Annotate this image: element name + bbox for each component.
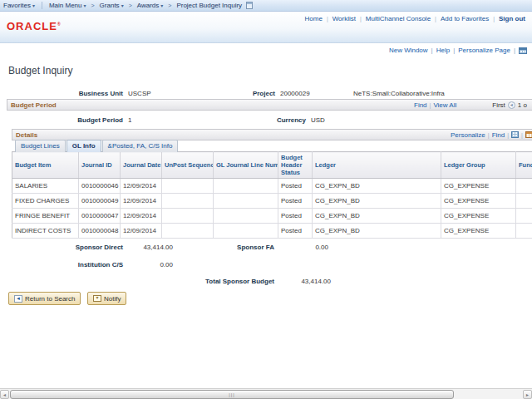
business-unit-value: USCSP <box>128 90 151 97</box>
add-to-favorites-link[interactable]: Add to Favorites <box>441 15 489 22</box>
cell-budget-header-status: Posted <box>278 224 313 239</box>
cell-unpost-sequence <box>162 209 214 224</box>
project-value: 20000029 <box>280 90 310 97</box>
cell-journal-id: 0010000048 <box>79 224 121 239</box>
favorites-menu[interactable]: Favorites ▾ <box>0 2 38 9</box>
pager-previous-icon[interactable] <box>508 101 515 109</box>
table-row: INDIRECT COSTS 0010000048 12/09/2014 Pos… <box>12 224 532 239</box>
cell-journal-date: 12/09/2014 <box>121 209 162 224</box>
link-separator: | <box>507 132 509 138</box>
cell-budget-header-status: Posted <box>278 194 313 209</box>
sponsor-direct-label: Sponsor Direct <box>17 244 123 251</box>
breadcrumb-item-awards[interactable]: Awards ▾ <box>134 2 167 9</box>
breadcrumb-separator: > <box>168 2 171 8</box>
business-unit-label: Business Unit <box>33 90 123 97</box>
budget-period-find-link[interactable]: Find <box>414 101 427 109</box>
notify-button[interactable]: Notify <box>87 292 126 305</box>
chevron-down-icon: ▾ <box>121 3 124 8</box>
institution-cs-value: 0.00 <box>123 261 173 268</box>
chevron-down-icon: ▾ <box>84 3 86 8</box>
return-to-search-button[interactable]: Return to Search <box>8 292 81 305</box>
project-label: Project <box>224 90 275 97</box>
cell-funding <box>516 179 532 194</box>
scroll-left-icon[interactable] <box>0 390 9 399</box>
scrollbar-thumb[interactable] <box>10 390 454 399</box>
home-link[interactable]: Home <box>305 15 323 22</box>
popout-grid-icon[interactable] <box>525 131 532 138</box>
link-separator: | <box>327 16 328 22</box>
return-to-search-label: Return to Search <box>25 295 75 303</box>
application-window: Favorites ▾ Main Menu ▾ > Grants ▾ > Awa… <box>0 0 532 399</box>
cell-unpost-sequence <box>162 194 214 209</box>
cell-budget-item: FRINGE BENEFIT <box>12 209 79 224</box>
currency-value: USD <box>311 116 325 124</box>
chevron-down-icon: ▾ <box>32 3 35 8</box>
col-budget-header-status: Budget Header Status <box>278 152 313 179</box>
cell-ledger-group: CG_EXPENSE <box>441 224 516 239</box>
cell-journal-id: 0010000047 <box>79 209 121 224</box>
col-gl-journal-line-number: GL Journal Line Number <box>214 152 278 179</box>
main-menu-label: Main Menu <box>49 2 82 9</box>
budget-period-view-all-link[interactable]: View All <box>433 101 456 109</box>
cell-budget-header-status: Posted <box>278 209 313 224</box>
cell-ledger: CG_EXPN_BD <box>313 224 441 239</box>
oracle-logo: ORACLE® <box>7 21 61 32</box>
page-layout-grid-icon[interactable] <box>519 47 527 54</box>
cell-ledger: CG_EXPN_BD <box>313 194 441 209</box>
total-sponsor-budget-value: 43,414.00 <box>274 278 331 285</box>
details-personalize-link[interactable]: Personalize <box>451 131 485 139</box>
page-shortcut-icon[interactable] <box>246 2 253 9</box>
help-link[interactable]: Help <box>436 47 450 54</box>
breadcrumb: Favorites ▾ Main Menu ▾ > Grants ▾ > Awa… <box>0 0 532 12</box>
cell-journal-id: 0010000049 <box>79 194 121 209</box>
details-tab-strip: Budget Lines GL Info &Posted, FA, C/S In… <box>15 140 178 152</box>
cell-ledger: CG_EXPN_BD <box>313 179 441 194</box>
return-to-search-icon <box>14 295 22 303</box>
cell-journal-date: 12/09/2014 <box>121 179 162 194</box>
scroll-right-icon[interactable] <box>523 390 532 399</box>
new-window-link[interactable]: New Window <box>389 47 428 54</box>
breadcrumb-item-grants[interactable]: Grants ▾ <box>96 2 127 9</box>
table-row: FRINGE BENEFIT 0010000047 12/09/2014 Pos… <box>12 209 532 224</box>
tab-posted-fa-cs-info[interactable]: &Posted, FA, C/S Info <box>102 140 179 152</box>
breadcrumb-divider <box>42 2 42 9</box>
cell-journal-id: 0010000046 <box>79 179 121 194</box>
details-find-link[interactable]: Find <box>492 131 505 139</box>
link-separator: | <box>360 16 362 22</box>
worklist-link[interactable]: Worklist <box>332 15 356 22</box>
breadcrumb-separator: > <box>91 2 95 8</box>
grants-label: Grants <box>100 2 120 9</box>
tab-budget-lines[interactable]: Budget Lines <box>15 140 66 152</box>
sponsor-direct-value: 43,414.00 <box>123 244 173 251</box>
budget-period-pager: Find | View All First 1 o <box>414 99 527 111</box>
cell-ledger: CG_EXPN_BD <box>313 209 441 224</box>
col-journal-date: Journal Date <box>121 152 162 179</box>
link-separator: | <box>430 102 431 108</box>
details-section-title: Details <box>12 131 37 139</box>
cell-gl-journal-line-number <box>214 194 278 209</box>
favorites-label: Favorites <box>3 2 31 9</box>
link-separator: | <box>435 16 436 22</box>
horizontal-scrollbar[interactable] <box>0 388 532 399</box>
institution-cs-label: Institution C/S <box>17 261 123 268</box>
budget-period-value: 1 <box>128 116 131 124</box>
notify-label: Notify <box>104 295 121 303</box>
header-band: Home | Worklist | MultiChannel Console |… <box>0 12 532 43</box>
cell-unpost-sequence <box>162 224 214 239</box>
currency-label: Currency <box>249 116 306 124</box>
cell-ledger-group: CG_EXPENSE <box>441 209 516 224</box>
breadcrumb-separator: > <box>129 2 132 8</box>
export-grid-icon[interactable] <box>511 131 519 138</box>
table-header-row: Budget Item Journal ID Journal Date UnPo… <box>12 152 532 179</box>
multichannel-console-link[interactable]: MultiChannel Console <box>366 15 431 22</box>
cell-ledger-group: CG_EXPENSE <box>441 194 516 209</box>
sign-out-link[interactable]: Sign out <box>499 15 525 22</box>
col-budget-item: Budget Item <box>12 152 79 179</box>
personalize-page-link[interactable]: Personalize Page <box>458 47 510 54</box>
main-menu[interactable]: Main Menu ▾ <box>46 2 90 9</box>
gl-info-table: Budget Item Journal ID Journal Date UnPo… <box>12 151 532 239</box>
tab-gl-info[interactable]: GL Info <box>66 140 101 152</box>
link-separator: | <box>488 132 490 138</box>
sponsor-fa-value: 0.00 <box>274 244 328 251</box>
current-page-label: Project Budget Inquiry <box>176 2 242 9</box>
